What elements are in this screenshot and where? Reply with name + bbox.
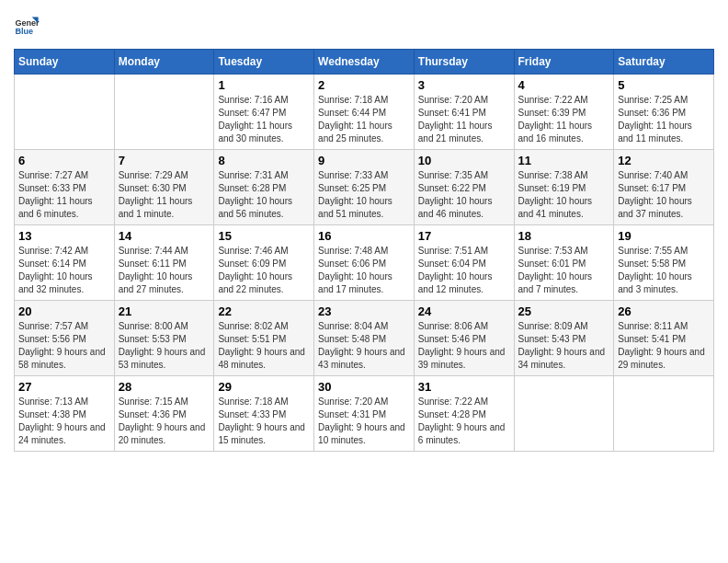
- day-number: 13: [18, 229, 110, 243]
- day-info: Sunrise: 7:48 AM Sunset: 6:06 PM Dayligh…: [318, 245, 410, 296]
- calendar-cell: [514, 376, 614, 452]
- calendar-cell: 27Sunrise: 7:13 AM Sunset: 4:38 PM Dayli…: [15, 376, 115, 452]
- day-info: Sunrise: 7:15 AM Sunset: 4:36 PM Dayligh…: [119, 396, 210, 447]
- calendar-body: 1Sunrise: 7:16 AM Sunset: 6:47 PM Daylig…: [15, 75, 714, 452]
- day-info: Sunrise: 7:46 AM Sunset: 6:09 PM Dayligh…: [218, 245, 310, 296]
- column-header-saturday: Saturday: [614, 50, 714, 75]
- calendar-cell: [114, 75, 214, 150]
- day-info: Sunrise: 7:42 AM Sunset: 6:14 PM Dayligh…: [18, 245, 110, 296]
- day-number: 15: [218, 229, 310, 243]
- calendar-week-row: 27Sunrise: 7:13 AM Sunset: 4:38 PM Dayli…: [15, 376, 714, 452]
- calendar-cell: 6Sunrise: 7:27 AM Sunset: 6:33 PM Daylig…: [15, 150, 115, 225]
- calendar-cell: 13Sunrise: 7:42 AM Sunset: 6:14 PM Dayli…: [15, 225, 115, 301]
- calendar-cell: 4Sunrise: 7:22 AM Sunset: 6:39 PM Daylig…: [514, 75, 614, 150]
- calendar-cell: 22Sunrise: 8:02 AM Sunset: 5:51 PM Dayli…: [214, 301, 314, 376]
- day-info: Sunrise: 7:22 AM Sunset: 4:28 PM Dayligh…: [418, 396, 510, 447]
- column-header-sunday: Sunday: [15, 50, 115, 75]
- calendar-cell: 3Sunrise: 7:20 AM Sunset: 6:41 PM Daylig…: [414, 75, 514, 150]
- day-number: 21: [119, 304, 210, 318]
- day-info: Sunrise: 7:40 AM Sunset: 6:17 PM Dayligh…: [618, 169, 710, 221]
- day-info: Sunrise: 7:53 AM Sunset: 6:01 PM Dayligh…: [518, 245, 610, 296]
- calendar-cell: 10Sunrise: 7:35 AM Sunset: 6:22 PM Dayli…: [414, 150, 514, 225]
- calendar-cell: 8Sunrise: 7:31 AM Sunset: 6:28 PM Daylig…: [214, 150, 314, 225]
- calendar-header-row: SundayMondayTuesdayWednesdayThursdayFrid…: [15, 50, 714, 75]
- day-number: 18: [518, 229, 610, 243]
- day-info: Sunrise: 7:33 AM Sunset: 6:25 PM Dayligh…: [318, 169, 410, 221]
- calendar-cell: 23Sunrise: 8:04 AM Sunset: 5:48 PM Dayli…: [314, 301, 415, 376]
- day-number: 10: [418, 154, 510, 167]
- calendar-cell: 17Sunrise: 7:51 AM Sunset: 6:04 PM Dayli…: [414, 225, 514, 301]
- day-info: Sunrise: 8:00 AM Sunset: 5:53 PM Dayligh…: [119, 320, 210, 372]
- page-header: General Blue: [14, 14, 714, 40]
- day-info: Sunrise: 7:29 AM Sunset: 6:30 PM Dayligh…: [119, 169, 210, 221]
- day-info: Sunrise: 7:22 AM Sunset: 6:39 PM Dayligh…: [518, 94, 610, 145]
- day-info: Sunrise: 8:06 AM Sunset: 5:46 PM Dayligh…: [418, 320, 510, 372]
- calendar-week-row: 13Sunrise: 7:42 AM Sunset: 6:14 PM Dayli…: [15, 225, 714, 301]
- column-header-friday: Friday: [514, 50, 614, 75]
- day-info: Sunrise: 8:04 AM Sunset: 5:48 PM Dayligh…: [318, 320, 410, 372]
- calendar-cell: [15, 75, 115, 150]
- calendar-table: SundayMondayTuesdayWednesdayThursdayFrid…: [14, 49, 714, 452]
- svg-text:Blue: Blue: [15, 27, 33, 36]
- day-number: 22: [218, 304, 310, 318]
- day-number: 12: [618, 154, 710, 167]
- calendar-cell: 14Sunrise: 7:44 AM Sunset: 6:11 PM Dayli…: [114, 225, 214, 301]
- day-number: 28: [119, 380, 210, 394]
- day-number: 11: [518, 154, 610, 167]
- day-number: 4: [518, 78, 610, 92]
- calendar-cell: 7Sunrise: 7:29 AM Sunset: 6:30 PM Daylig…: [114, 150, 214, 225]
- calendar-cell: 24Sunrise: 8:06 AM Sunset: 5:46 PM Dayli…: [414, 301, 514, 376]
- day-number: 7: [119, 154, 210, 167]
- day-number: 2: [318, 78, 410, 92]
- logo: General Blue: [14, 14, 40, 40]
- day-info: Sunrise: 7:25 AM Sunset: 6:36 PM Dayligh…: [618, 94, 710, 145]
- calendar-cell: 31Sunrise: 7:22 AM Sunset: 4:28 PM Dayli…: [414, 376, 514, 452]
- calendar-cell: 20Sunrise: 7:57 AM Sunset: 5:56 PM Dayli…: [15, 301, 115, 376]
- day-number: 29: [218, 380, 310, 394]
- day-info: Sunrise: 7:20 AM Sunset: 4:31 PM Dayligh…: [318, 396, 410, 447]
- day-number: 6: [18, 154, 110, 167]
- day-info: Sunrise: 7:38 AM Sunset: 6:19 PM Dayligh…: [518, 169, 610, 221]
- calendar-cell: 30Sunrise: 7:20 AM Sunset: 4:31 PM Dayli…: [314, 376, 415, 452]
- calendar-cell: 16Sunrise: 7:48 AM Sunset: 6:06 PM Dayli…: [314, 225, 415, 301]
- day-info: Sunrise: 7:20 AM Sunset: 6:41 PM Dayligh…: [418, 94, 510, 145]
- calendar-cell: [614, 376, 714, 452]
- day-number: 17: [418, 229, 510, 243]
- calendar-week-row: 6Sunrise: 7:27 AM Sunset: 6:33 PM Daylig…: [15, 150, 714, 225]
- calendar-cell: 28Sunrise: 7:15 AM Sunset: 4:36 PM Dayli…: [114, 376, 214, 452]
- day-info: Sunrise: 8:09 AM Sunset: 5:43 PM Dayligh…: [518, 320, 610, 372]
- day-info: Sunrise: 8:11 AM Sunset: 5:41 PM Dayligh…: [618, 320, 710, 372]
- day-number: 23: [318, 304, 410, 318]
- day-info: Sunrise: 7:27 AM Sunset: 6:33 PM Dayligh…: [18, 169, 110, 221]
- calendar-cell: 29Sunrise: 7:18 AM Sunset: 4:33 PM Dayli…: [214, 376, 314, 452]
- calendar-cell: 15Sunrise: 7:46 AM Sunset: 6:09 PM Dayli…: [214, 225, 314, 301]
- calendar-cell: 5Sunrise: 7:25 AM Sunset: 6:36 PM Daylig…: [614, 75, 714, 150]
- day-info: Sunrise: 7:51 AM Sunset: 6:04 PM Dayligh…: [418, 245, 510, 296]
- calendar-cell: 9Sunrise: 7:33 AM Sunset: 6:25 PM Daylig…: [314, 150, 415, 225]
- day-info: Sunrise: 7:57 AM Sunset: 5:56 PM Dayligh…: [18, 320, 110, 372]
- calendar-cell: 11Sunrise: 7:38 AM Sunset: 6:19 PM Dayli…: [514, 150, 614, 225]
- logo-icon: General Blue: [14, 14, 40, 40]
- day-info: Sunrise: 7:13 AM Sunset: 4:38 PM Dayligh…: [18, 396, 110, 447]
- day-number: 9: [318, 154, 410, 167]
- day-number: 5: [618, 78, 710, 92]
- day-info: Sunrise: 8:02 AM Sunset: 5:51 PM Dayligh…: [218, 320, 310, 372]
- column-header-thursday: Thursday: [414, 50, 514, 75]
- day-info: Sunrise: 7:16 AM Sunset: 6:47 PM Dayligh…: [218, 94, 310, 145]
- day-info: Sunrise: 7:18 AM Sunset: 4:33 PM Dayligh…: [218, 396, 310, 447]
- day-number: 16: [318, 229, 410, 243]
- day-number: 20: [18, 304, 110, 318]
- day-number: 31: [418, 380, 510, 394]
- day-number: 24: [418, 304, 510, 318]
- calendar-week-row: 1Sunrise: 7:16 AM Sunset: 6:47 PM Daylig…: [15, 75, 714, 150]
- column-header-wednesday: Wednesday: [314, 50, 415, 75]
- day-number: 19: [618, 229, 710, 243]
- day-number: 25: [518, 304, 610, 318]
- day-number: 3: [418, 78, 510, 92]
- column-header-tuesday: Tuesday: [214, 50, 314, 75]
- calendar-cell: 25Sunrise: 8:09 AM Sunset: 5:43 PM Dayli…: [514, 301, 614, 376]
- calendar-cell: 19Sunrise: 7:55 AM Sunset: 5:58 PM Dayli…: [614, 225, 714, 301]
- calendar-cell: 2Sunrise: 7:18 AM Sunset: 6:44 PM Daylig…: [314, 75, 415, 150]
- calendar-cell: 18Sunrise: 7:53 AM Sunset: 6:01 PM Dayli…: [514, 225, 614, 301]
- day-info: Sunrise: 7:31 AM Sunset: 6:28 PM Dayligh…: [218, 169, 310, 221]
